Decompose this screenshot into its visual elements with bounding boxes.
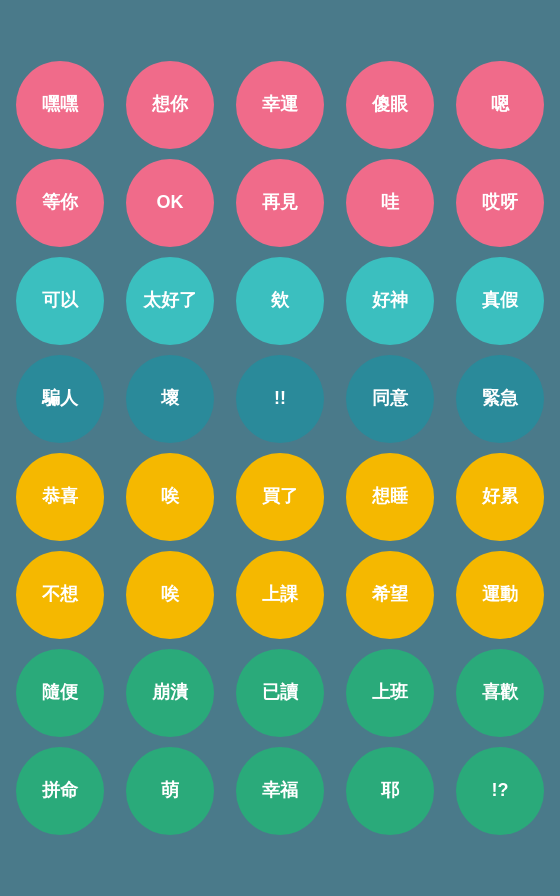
bubble-16[interactable]: 騙人 (16, 355, 104, 443)
bubble-11[interactable]: 可以 (16, 257, 104, 345)
bubble-text-19: 同意 (372, 388, 408, 410)
bubble-39[interactable]: 耶 (346, 747, 434, 835)
bubble-text-16: 騙人 (42, 388, 78, 410)
bubble-text-24: 想睡 (372, 486, 408, 508)
bubble-15[interactable]: 真假 (456, 257, 544, 345)
bubble-3[interactable]: 幸運 (236, 61, 324, 149)
bubble-14[interactable]: 好神 (346, 257, 434, 345)
bubble-35[interactable]: 喜歡 (456, 649, 544, 737)
bubble-text-10: 哎呀 (482, 192, 518, 214)
bubble-17[interactable]: 壞 (126, 355, 214, 443)
bubble-40[interactable]: !? (456, 747, 544, 835)
bubble-24[interactable]: 想睡 (346, 453, 434, 541)
bubble-19[interactable]: 同意 (346, 355, 434, 443)
bubble-text-11: 可以 (42, 290, 78, 312)
bubble-8[interactable]: 再見 (236, 159, 324, 247)
bubble-text-34: 上班 (372, 682, 408, 704)
bubble-38[interactable]: 幸福 (236, 747, 324, 835)
bubble-12[interactable]: 太好了 (126, 257, 214, 345)
bubble-21[interactable]: 恭喜 (16, 453, 104, 541)
bubble-text-8: 再見 (262, 192, 298, 214)
bubble-text-33: 已讀 (262, 682, 298, 704)
bubble-text-30: 運動 (482, 584, 518, 606)
bubble-text-1: 嘿嘿 (42, 94, 78, 116)
bubble-26[interactable]: 不想 (16, 551, 104, 639)
bubble-7[interactable]: OK (126, 159, 214, 247)
bubble-text-25: 好累 (482, 486, 518, 508)
sticker-grid: 嘿嘿想你幸運傻眼嗯等你OK再見哇哎呀可以太好了欸好神真假騙人壞!!同意緊急恭喜唉… (10, 61, 550, 835)
bubble-23[interactable]: 買了 (236, 453, 324, 541)
bubble-text-27: 唉 (161, 584, 179, 606)
bubble-20[interactable]: 緊急 (456, 355, 544, 443)
bubble-6[interactable]: 等你 (16, 159, 104, 247)
bubble-text-26: 不想 (42, 584, 78, 606)
bubble-text-29: 希望 (372, 584, 408, 606)
bubble-text-38: 幸福 (262, 780, 298, 802)
bubble-text-15: 真假 (482, 290, 518, 312)
bubble-27[interactable]: 唉 (126, 551, 214, 639)
bubble-text-14: 好神 (372, 290, 408, 312)
bubble-33[interactable]: 已讀 (236, 649, 324, 737)
bubble-text-32: 崩潰 (152, 682, 188, 704)
bubble-text-18: !! (274, 388, 286, 410)
bubble-text-7: OK (157, 192, 184, 214)
bubble-text-22: 唉 (161, 486, 179, 508)
bubble-text-39: 耶 (381, 780, 399, 802)
bubble-text-6: 等你 (42, 192, 78, 214)
bubble-22[interactable]: 唉 (126, 453, 214, 541)
bubble-4[interactable]: 傻眼 (346, 61, 434, 149)
bubble-text-31: 隨便 (42, 682, 78, 704)
bubble-text-21: 恭喜 (42, 486, 78, 508)
bubble-32[interactable]: 崩潰 (126, 649, 214, 737)
bubble-text-3: 幸運 (262, 94, 298, 116)
bubble-text-4: 傻眼 (372, 94, 408, 116)
bubble-text-35: 喜歡 (482, 682, 518, 704)
bubble-2[interactable]: 想你 (126, 61, 214, 149)
bubble-text-9: 哇 (381, 192, 399, 214)
bubble-1[interactable]: 嘿嘿 (16, 61, 104, 149)
bubble-text-37: 萌 (161, 780, 179, 802)
bubble-text-20: 緊急 (482, 388, 518, 410)
bubble-9[interactable]: 哇 (346, 159, 434, 247)
bubble-25[interactable]: 好累 (456, 453, 544, 541)
bubble-text-23: 買了 (262, 486, 298, 508)
bubble-text-2: 想你 (152, 94, 188, 116)
bubble-37[interactable]: 萌 (126, 747, 214, 835)
bubble-34[interactable]: 上班 (346, 649, 434, 737)
bubble-30[interactable]: 運動 (456, 551, 544, 639)
bubble-text-36: 拼命 (42, 780, 78, 802)
bubble-18[interactable]: !! (236, 355, 324, 443)
bubble-text-17: 壞 (161, 388, 179, 410)
bubble-29[interactable]: 希望 (346, 551, 434, 639)
bubble-text-12: 太好了 (143, 290, 197, 312)
bubble-36[interactable]: 拼命 (16, 747, 104, 835)
bubble-text-28: 上課 (262, 584, 298, 606)
bubble-text-13: 欸 (271, 290, 289, 312)
bubble-text-40: !? (492, 780, 509, 802)
bubble-10[interactable]: 哎呀 (456, 159, 544, 247)
bubble-text-5: 嗯 (491, 94, 509, 116)
bubble-5[interactable]: 嗯 (456, 61, 544, 149)
bubble-28[interactable]: 上課 (236, 551, 324, 639)
bubble-31[interactable]: 隨便 (16, 649, 104, 737)
bubble-13[interactable]: 欸 (236, 257, 324, 345)
